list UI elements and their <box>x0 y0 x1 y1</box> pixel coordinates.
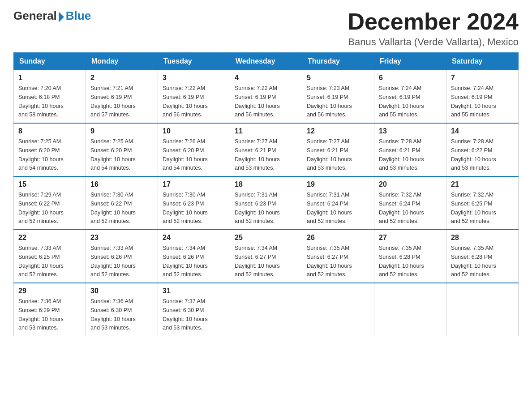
day-info: Sunrise: 7:33 AMSunset: 6:25 PMDaylight:… <box>18 245 64 278</box>
calendar-header-tuesday: Tuesday <box>158 53 230 70</box>
calendar-header-sunday: Sunday <box>14 53 86 70</box>
calendar-cell: 27 Sunrise: 7:35 AMSunset: 6:28 PMDaylig… <box>374 230 446 283</box>
calendar-cell: 2 Sunrise: 7:21 AMSunset: 6:19 PMDayligh… <box>86 70 158 124</box>
day-info: Sunrise: 7:28 AMSunset: 6:22 PMDaylight:… <box>451 138 496 171</box>
day-number: 19 <box>307 180 369 188</box>
page-header: General Blue December 2024 Banus Vallart… <box>13 9 519 48</box>
day-info: Sunrise: 7:24 AMSunset: 6:19 PMDaylight:… <box>379 85 424 118</box>
calendar-cell: 12 Sunrise: 7:27 AMSunset: 6:21 PMDaylig… <box>302 123 374 176</box>
location-title: Banus Vallarta (Verde Vallarta), Mexico <box>348 36 519 48</box>
calendar-cell <box>446 283 519 336</box>
calendar-cell: 7 Sunrise: 7:24 AMSunset: 6:19 PMDayligh… <box>446 70 519 124</box>
day-info: Sunrise: 7:33 AMSunset: 6:26 PMDaylight:… <box>90 245 136 278</box>
day-info: Sunrise: 7:36 AMSunset: 6:29 PMDaylight:… <box>18 298 64 331</box>
day-info: Sunrise: 7:26 AMSunset: 6:20 PMDaylight:… <box>163 138 208 171</box>
day-info: Sunrise: 7:34 AMSunset: 6:26 PMDaylight:… <box>163 245 208 278</box>
calendar-cell: 4 Sunrise: 7:22 AMSunset: 6:19 PMDayligh… <box>230 70 302 124</box>
calendar-cell: 17 Sunrise: 7:30 AMSunset: 6:23 PMDaylig… <box>158 176 230 230</box>
day-info: Sunrise: 7:34 AMSunset: 6:27 PMDaylight:… <box>235 245 280 278</box>
calendar-cell: 13 Sunrise: 7:28 AMSunset: 6:21 PMDaylig… <box>374 123 446 176</box>
logo-arrow-icon <box>59 12 64 22</box>
day-info: Sunrise: 7:27 AMSunset: 6:21 PMDaylight:… <box>307 138 352 171</box>
calendar-cell: 26 Sunrise: 7:35 AMSunset: 6:27 PMDaylig… <box>302 230 374 283</box>
day-info: Sunrise: 7:32 AMSunset: 6:24 PMDaylight:… <box>379 192 424 224</box>
day-info: Sunrise: 7:35 AMSunset: 6:28 PMDaylight:… <box>451 245 496 278</box>
day-number: 14 <box>451 127 514 135</box>
title-section: December 2024 Banus Vallarta (Verde Vall… <box>348 9 519 48</box>
day-number: 21 <box>451 180 514 188</box>
day-number: 3 <box>163 74 225 82</box>
logo-general-text: General <box>13 9 57 23</box>
calendar-cell <box>374 283 446 336</box>
calendar-cell: 9 Sunrise: 7:25 AMSunset: 6:20 PMDayligh… <box>86 123 158 176</box>
calendar-header-monday: Monday <box>86 53 158 70</box>
day-number: 22 <box>18 234 81 242</box>
day-info: Sunrise: 7:37 AMSunset: 6:30 PMDaylight:… <box>163 298 208 331</box>
day-info: Sunrise: 7:32 AMSunset: 6:25 PMDaylight:… <box>451 192 496 224</box>
calendar-cell: 29 Sunrise: 7:36 AMSunset: 6:29 PMDaylig… <box>14 283 86 336</box>
day-info: Sunrise: 7:30 AMSunset: 6:22 PMDaylight:… <box>90 192 136 224</box>
day-number: 20 <box>379 180 442 188</box>
day-info: Sunrise: 7:29 AMSunset: 6:22 PMDaylight:… <box>18 192 64 224</box>
day-number: 7 <box>451 74 514 82</box>
logo: General Blue <box>13 9 91 23</box>
day-number: 8 <box>18 127 81 135</box>
calendar-week-row: 29 Sunrise: 7:36 AMSunset: 6:29 PMDaylig… <box>14 283 519 336</box>
calendar-cell: 15 Sunrise: 7:29 AMSunset: 6:22 PMDaylig… <box>14 176 86 230</box>
logo-blue-text: Blue <box>66 9 91 23</box>
calendar-cell: 6 Sunrise: 7:24 AMSunset: 6:19 PMDayligh… <box>374 70 446 124</box>
calendar-cell: 20 Sunrise: 7:32 AMSunset: 6:24 PMDaylig… <box>374 176 446 230</box>
day-info: Sunrise: 7:25 AMSunset: 6:20 PMDaylight:… <box>90 138 136 171</box>
day-number: 28 <box>451 234 514 242</box>
day-number: 15 <box>18 180 81 188</box>
calendar-cell: 22 Sunrise: 7:33 AMSunset: 6:25 PMDaylig… <box>14 230 86 283</box>
calendar-header-thursday: Thursday <box>302 53 374 70</box>
calendar-header-saturday: Saturday <box>446 53 519 70</box>
day-info: Sunrise: 7:22 AMSunset: 6:19 PMDaylight:… <box>235 85 280 118</box>
day-info: Sunrise: 7:20 AMSunset: 6:18 PMDaylight:… <box>18 85 64 118</box>
day-number: 31 <box>163 287 225 295</box>
calendar-header-friday: Friday <box>374 53 446 70</box>
calendar-cell: 24 Sunrise: 7:34 AMSunset: 6:26 PMDaylig… <box>158 230 230 283</box>
day-info: Sunrise: 7:30 AMSunset: 6:23 PMDaylight:… <box>163 192 208 224</box>
day-number: 25 <box>235 234 297 242</box>
day-info: Sunrise: 7:35 AMSunset: 6:28 PMDaylight:… <box>379 245 424 278</box>
calendar-table: SundayMondayTuesdayWednesdayThursdayFrid… <box>13 52 519 336</box>
month-title: December 2024 <box>348 9 519 34</box>
calendar-cell: 1 Sunrise: 7:20 AMSunset: 6:18 PMDayligh… <box>14 70 86 124</box>
calendar-cell: 11 Sunrise: 7:27 AMSunset: 6:21 PMDaylig… <box>230 123 302 176</box>
day-info: Sunrise: 7:36 AMSunset: 6:30 PMDaylight:… <box>90 298 136 331</box>
day-number: 10 <box>163 127 225 135</box>
day-number: 26 <box>307 234 369 242</box>
day-number: 23 <box>90 234 153 242</box>
calendar-header-row: SundayMondayTuesdayWednesdayThursdayFrid… <box>14 53 519 70</box>
day-number: 27 <box>379 234 442 242</box>
calendar-week-row: 8 Sunrise: 7:25 AMSunset: 6:20 PMDayligh… <box>14 123 519 176</box>
calendar-cell: 8 Sunrise: 7:25 AMSunset: 6:20 PMDayligh… <box>14 123 86 176</box>
day-info: Sunrise: 7:31 AMSunset: 6:23 PMDaylight:… <box>235 192 280 224</box>
day-number: 13 <box>379 127 442 135</box>
calendar-cell: 3 Sunrise: 7:22 AMSunset: 6:19 PMDayligh… <box>158 70 230 124</box>
day-number: 24 <box>163 234 225 242</box>
day-info: Sunrise: 7:23 AMSunset: 6:19 PMDaylight:… <box>307 85 352 118</box>
day-number: 1 <box>18 74 81 82</box>
calendar-cell <box>230 283 302 336</box>
day-info: Sunrise: 7:24 AMSunset: 6:19 PMDaylight:… <box>451 85 496 118</box>
day-number: 30 <box>90 287 153 295</box>
calendar-cell: 10 Sunrise: 7:26 AMSunset: 6:20 PMDaylig… <box>158 123 230 176</box>
calendar-cell: 18 Sunrise: 7:31 AMSunset: 6:23 PMDaylig… <box>230 176 302 230</box>
day-info: Sunrise: 7:31 AMSunset: 6:24 PMDaylight:… <box>307 192 352 224</box>
calendar-week-row: 1 Sunrise: 7:20 AMSunset: 6:18 PMDayligh… <box>14 70 519 124</box>
calendar-cell: 19 Sunrise: 7:31 AMSunset: 6:24 PMDaylig… <box>302 176 374 230</box>
calendar-cell: 25 Sunrise: 7:34 AMSunset: 6:27 PMDaylig… <box>230 230 302 283</box>
calendar-cell: 23 Sunrise: 7:33 AMSunset: 6:26 PMDaylig… <box>86 230 158 283</box>
calendar-cell: 16 Sunrise: 7:30 AMSunset: 6:22 PMDaylig… <box>86 176 158 230</box>
calendar-week-row: 22 Sunrise: 7:33 AMSunset: 6:25 PMDaylig… <box>14 230 519 283</box>
day-info: Sunrise: 7:35 AMSunset: 6:27 PMDaylight:… <box>307 245 352 278</box>
calendar-cell: 31 Sunrise: 7:37 AMSunset: 6:30 PMDaylig… <box>158 283 230 336</box>
calendar-cell: 21 Sunrise: 7:32 AMSunset: 6:25 PMDaylig… <box>446 176 519 230</box>
day-number: 2 <box>90 74 153 82</box>
day-number: 16 <box>90 180 153 188</box>
day-info: Sunrise: 7:22 AMSunset: 6:19 PMDaylight:… <box>163 85 208 118</box>
calendar-cell <box>302 283 374 336</box>
